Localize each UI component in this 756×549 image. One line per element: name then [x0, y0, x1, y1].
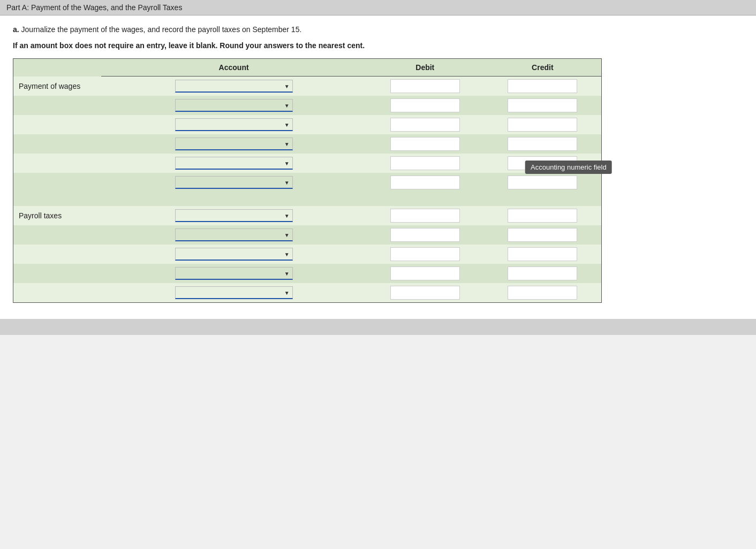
debit-input-6[interactable]: [390, 176, 460, 189]
instruction-a-label: a.: [13, 25, 19, 34]
table-row: ▼: [13, 264, 602, 283]
row-label-empty-2: [13, 96, 102, 115]
table-row: ▼: [13, 96, 602, 115]
account-select-10[interactable]: [175, 267, 293, 280]
debit-input-9[interactable]: [390, 247, 460, 261]
credit-cell-8: [484, 225, 602, 245]
col-label-header: [13, 59, 102, 77]
row-label-empty-4: [13, 134, 102, 154]
debit-cell-1: [366, 77, 484, 96]
account-cell-4: ▼: [101, 134, 366, 154]
account-select-2[interactable]: [175, 99, 293, 112]
credit-input-5[interactable]: [508, 156, 577, 170]
table-row: Payroll taxes ▼: [13, 206, 602, 225]
debit-input-4[interactable]: [390, 137, 460, 151]
account-cell-8: ▼: [101, 225, 366, 245]
credit-input-11[interactable]: [508, 286, 577, 300]
credit-input-1[interactable]: [508, 79, 577, 93]
account-select-9[interactable]: [175, 248, 293, 261]
col-credit-header: Credit: [484, 59, 602, 77]
credit-input-8[interactable]: [508, 228, 577, 242]
section-label-payment: Payment of wages: [13, 77, 102, 96]
debit-input-7[interactable]: [390, 209, 460, 223]
table-row: ▼: [13, 134, 602, 154]
credit-cell-2: [484, 96, 602, 115]
spacer-cell: [13, 192, 602, 206]
row-label-empty-8: [13, 225, 102, 245]
instruction-a-text: Journalize the payment of the wages, and…: [21, 25, 302, 34]
account-select-wrapper-1[interactable]: ▼: [175, 80, 293, 93]
credit-cell-3: [484, 115, 602, 134]
table-row: ▼ Accounting numeric field: [13, 173, 602, 192]
account-select-wrapper-6[interactable]: ▼: [175, 176, 293, 189]
row-label-empty-5: [13, 154, 102, 173]
row-label-empty-6: [13, 173, 102, 192]
credit-cell-10: [484, 264, 602, 283]
instruction-a: a. Journalize the payment of the wages, …: [13, 25, 743, 34]
credit-cell-5: [484, 154, 602, 173]
debit-input-11[interactable]: [390, 286, 460, 300]
debit-input-2[interactable]: [390, 98, 460, 112]
row-label-empty-3: [13, 115, 102, 134]
credit-cell-7: [484, 206, 602, 225]
col-debit-header: Debit: [366, 59, 484, 77]
debit-input-3[interactable]: [390, 118, 460, 132]
account-select-wrapper-9[interactable]: ▼: [175, 248, 293, 261]
credit-cell-9: [484, 245, 602, 264]
account-select-1[interactable]: [175, 80, 293, 93]
account-cell-2: ▼: [101, 96, 366, 115]
account-cell-7: ▼: [101, 206, 366, 225]
account-select-7[interactable]: [175, 209, 293, 222]
page-content: a. Journalize the payment of the wages, …: [0, 16, 756, 319]
account-select-wrapper-11[interactable]: ▼: [175, 286, 293, 299]
debit-cell-7: [366, 206, 484, 225]
account-cell-9: ▼: [101, 245, 366, 264]
debit-input-8[interactable]: [390, 228, 460, 242]
credit-cell-4: [484, 134, 602, 154]
account-select-wrapper-4[interactable]: ▼: [175, 138, 293, 150]
debit-input-5[interactable]: [390, 156, 460, 170]
credit-input-6[interactable]: [508, 176, 577, 189]
bottom-bar: [0, 319, 756, 335]
account-select-wrapper-10[interactable]: ▼: [175, 267, 293, 280]
account-cell-6: ▼: [101, 173, 366, 192]
section-label-payroll: Payroll taxes: [13, 206, 102, 225]
debit-cell-2: [366, 96, 484, 115]
account-select-5[interactable]: [175, 157, 293, 170]
journal-table: Account Debit Credit Payment of wages ▼: [13, 58, 602, 303]
debit-input-10[interactable]: [390, 266, 460, 280]
debit-cell-4: [366, 134, 484, 154]
account-select-wrapper-2[interactable]: ▼: [175, 99, 293, 112]
credit-input-7[interactable]: [508, 209, 577, 223]
account-select-wrapper-7[interactable]: ▼: [175, 209, 293, 222]
credit-input-4[interactable]: [508, 137, 577, 151]
account-select-wrapper-8[interactable]: ▼: [175, 228, 293, 241]
instruction-bold: If an amount box does not require an ent…: [13, 41, 743, 50]
page-header: Part A: Payment of the Wages, and the Pa…: [0, 0, 756, 16]
credit-input-2[interactable]: [508, 98, 577, 112]
account-select-8[interactable]: [175, 228, 293, 241]
table-header-row: Account Debit Credit: [13, 59, 602, 77]
credit-cell-1: [484, 77, 602, 96]
debit-cell-11: [366, 283, 484, 303]
table-row: ▼: [13, 283, 602, 303]
table-row: Payment of wages ▼: [13, 77, 602, 96]
credit-input-10[interactable]: [508, 266, 577, 280]
account-select-6[interactable]: [175, 176, 293, 189]
account-cell-3: ▼: [101, 115, 366, 134]
row-label-empty-11: [13, 283, 102, 303]
credit-input-3[interactable]: [508, 118, 577, 132]
debit-input-1[interactable]: [390, 79, 460, 93]
account-select-wrapper-3[interactable]: ▼: [175, 118, 293, 131]
account-select-11[interactable]: [175, 286, 293, 299]
page-title: Part A: Payment of the Wages, and the Pa…: [6, 3, 182, 12]
table-row: ▼: [13, 225, 602, 245]
debit-cell-9: [366, 245, 484, 264]
debit-cell-8: [366, 225, 484, 245]
account-select-wrapper-5[interactable]: ▼: [175, 157, 293, 170]
account-select-3[interactable]: [175, 118, 293, 131]
credit-input-9[interactable]: [508, 247, 577, 261]
spacer-row: [13, 192, 602, 206]
account-cell-5: ▼: [101, 154, 366, 173]
account-select-4[interactable]: [175, 138, 293, 150]
